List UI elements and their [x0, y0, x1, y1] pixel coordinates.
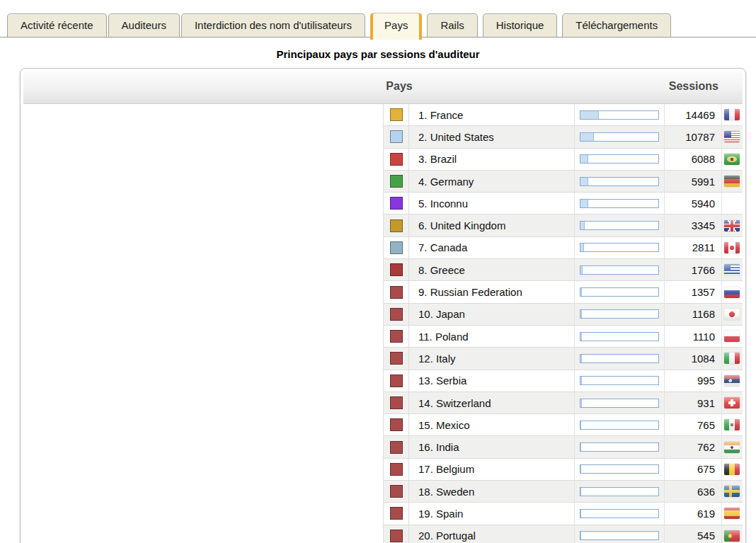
- table-row: 3. Brazil 6088: [384, 149, 743, 171]
- page-title: Principaux pays par sessions d'auditeur: [0, 48, 756, 60]
- sessions-bar-fill: [580, 333, 582, 341]
- legend-color-swatch: [390, 197, 403, 210]
- flag-cell: [722, 104, 742, 125]
- country-name: 1. France: [409, 104, 575, 125]
- sessions-count: 1766: [665, 259, 722, 280]
- tab-historique[interactable]: Historique: [483, 13, 558, 37]
- table-row: 9. Russian Federation 1357: [384, 281, 743, 303]
- table-row: 17. Belgium 675: [384, 459, 743, 481]
- country-name: 14. Switzerland: [409, 392, 575, 413]
- sessions-bar-fill: [580, 532, 581, 539]
- flag-gr-icon: [724, 264, 740, 275]
- flag-cell: [722, 481, 742, 502]
- tab-pays[interactable]: Pays: [370, 13, 422, 40]
- sessions-bar-cell: [575, 259, 665, 280]
- table-row: 2. United States 10787: [384, 126, 743, 148]
- sessions-bar: [580, 309, 659, 319]
- legend-color-swatch: [390, 263, 403, 276]
- sessions-bar-cell: [575, 149, 665, 170]
- country-name: 7. Canada: [409, 237, 575, 258]
- table-row: 18. Sweden 636: [384, 481, 743, 503]
- tab-telechargements[interactable]: Téléchargements: [562, 13, 671, 37]
- legend-color-swatch: [390, 108, 403, 121]
- legend-swatch-cell: [384, 215, 409, 236]
- legend-color-swatch: [390, 530, 403, 542]
- legend-color-swatch: [390, 219, 403, 232]
- table-row: 19. Spain 619: [384, 503, 743, 525]
- tab-auditeurs[interactable]: Auditeurs: [108, 13, 180, 37]
- country-name: 16. India: [409, 436, 575, 457]
- legend-color-swatch: [390, 241, 403, 254]
- sessions-bar-cell: [575, 304, 665, 325]
- legend-color-swatch: [390, 396, 403, 409]
- country-name: 20. Portugal: [409, 525, 575, 543]
- legend-swatch-cell: [384, 171, 409, 192]
- country-name: 8. Greece: [409, 259, 575, 280]
- sessions-bar-fill: [580, 288, 582, 296]
- country-name: 11. Poland: [409, 326, 575, 347]
- sessions-count: 1110: [665, 326, 722, 347]
- column-header-sessions: Sessions: [669, 80, 718, 93]
- legend-swatch-cell: [384, 259, 409, 280]
- sessions-count: 1084: [665, 348, 722, 369]
- sessions-bar-fill: [580, 178, 588, 185]
- sessions-bar: [580, 221, 659, 230]
- legend-swatch-cell: [384, 281, 409, 302]
- map-placeholder: [23, 104, 384, 543]
- flag-jp-icon: [724, 309, 740, 320]
- flag-cell: [722, 304, 742, 325]
- sessions-bar: [580, 265, 659, 275]
- flag-cell: [722, 237, 742, 258]
- sessions-count: 995: [665, 370, 722, 391]
- country-name: 18. Sweden: [409, 481, 575, 502]
- flag-ca-icon: [724, 242, 740, 253]
- sessions-bar-fill: [580, 488, 581, 496]
- flag-cell: [722, 414, 742, 435]
- flag-br-icon: [724, 154, 740, 165]
- sessions-bar-fill: [580, 310, 582, 318]
- legend-swatch-cell: [384, 436, 409, 457]
- sessions-bar-cell: [575, 370, 665, 391]
- sessions-bar: [580, 464, 659, 474]
- flag-cell: [722, 503, 742, 524]
- sessions-bar-fill: [580, 155, 588, 163]
- sessions-bar-fill: [580, 377, 582, 384]
- sessions-bar: [580, 354, 659, 363]
- legend-swatch-cell: [384, 414, 409, 435]
- country-name: 13. Serbia: [409, 370, 575, 391]
- legend-color-swatch: [390, 485, 403, 498]
- flag-fr-icon: [724, 109, 740, 120]
- flag-ch-icon: [724, 397, 740, 408]
- legend-swatch-cell: [384, 525, 409, 543]
- tab-rails[interactable]: Rails: [427, 13, 477, 37]
- legend-color-swatch: [390, 153, 403, 166]
- table-row: 11. Poland 1110: [384, 326, 743, 348]
- countries-panel: Pays Sessions 1. France 14469 2. United …: [20, 68, 746, 543]
- country-name: 19. Spain: [409, 503, 575, 524]
- legend-swatch-cell: [384, 304, 409, 325]
- flag-pt-icon: [724, 530, 740, 542]
- sessions-bar-fill: [580, 244, 584, 251]
- table-row: 1. France 14469: [384, 104, 743, 126]
- flag-pl-icon: [724, 331, 740, 342]
- country-name: 9. Russian Federation: [409, 281, 575, 302]
- flag-cell: [722, 392, 742, 413]
- tab-activite-recente[interactable]: Activité récente: [7, 13, 107, 37]
- legend-swatch-cell: [384, 126, 409, 147]
- sessions-bar: [580, 442, 659, 452]
- legend-swatch-cell: [384, 481, 409, 502]
- flag-cell: [722, 171, 742, 192]
- sessions-bar-fill: [580, 222, 585, 229]
- legend-swatch-cell: [384, 237, 409, 258]
- sessions-count: 675: [665, 459, 722, 480]
- legend-color-swatch: [390, 352, 403, 365]
- sessions-bar: [580, 177, 659, 186]
- legend-color-swatch: [390, 375, 403, 387]
- sessions-count: 931: [665, 392, 722, 413]
- table-row: 4. Germany 5991: [384, 171, 743, 193]
- flag-cell: [722, 215, 742, 236]
- country-name: 4. Germany: [409, 171, 575, 192]
- table-row: 14. Switzerland 931: [384, 392, 743, 414]
- legend-color-swatch: [390, 286, 403, 299]
- tab-interdiction-des-nom-d-utilisateurs[interactable]: Interdiction des nom d'utilisateurs: [181, 13, 365, 37]
